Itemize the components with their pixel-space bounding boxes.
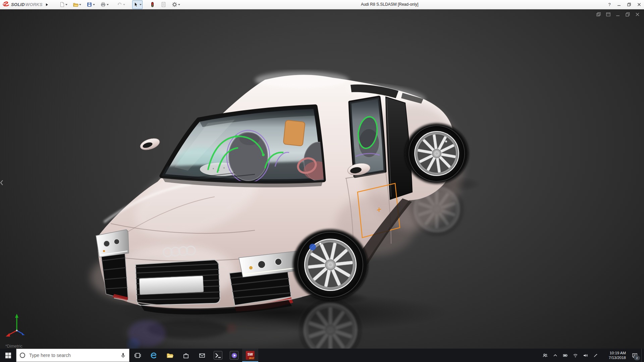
featuremanager-expand-arrow[interactable] (0, 178, 4, 187)
new-document-icon (59, 2, 65, 7)
select-cursor-icon (133, 2, 139, 7)
media-app-button[interactable] (226, 349, 242, 362)
pen-icon (593, 353, 598, 358)
undo-arrow-icon (117, 2, 122, 7)
standard-toolbar (58, 0, 181, 9)
restore-document-button[interactable] (624, 11, 631, 17)
dropdown-caret-icon[interactable] (65, 4, 67, 6)
network-button[interactable] (570, 349, 580, 362)
console-button[interactable] (210, 349, 226, 362)
mail-icon (199, 352, 206, 359)
task-view-icon (134, 352, 141, 359)
document-window-controls (595, 11, 641, 17)
cortana-icon (19, 352, 26, 359)
mail-button[interactable] (194, 349, 210, 362)
clock-date: 7/13/2018 (609, 355, 626, 360)
menu-flyout-arrow-icon[interactable] (45, 0, 49, 9)
brand-text-works: WORKS (25, 2, 43, 7)
graphics-area[interactable]: *Dimetric (0, 9, 644, 349)
start-button[interactable] (0, 349, 16, 362)
chevron-up-icon (553, 353, 558, 358)
edge-icon (150, 352, 157, 359)
clock-time: 10:19 AM (609, 351, 626, 355)
maximize-button[interactable] (624, 0, 634, 9)
view-orientation-label: *Dimetric (5, 344, 22, 349)
store-bag-icon (182, 352, 190, 359)
dropdown-caret-icon[interactable] (107, 4, 109, 6)
dropdown-caret-icon[interactable] (140, 4, 142, 6)
file-properties-button[interactable] (160, 0, 167, 9)
audi-r8-3d-model (0, 9, 644, 349)
close-document-button[interactable] (634, 11, 641, 17)
help-button[interactable]: ? (605, 2, 614, 7)
solidworks-logo[interactable]: SOLIDWORKS (0, 0, 45, 9)
solidworks-icon-year: 2017 (249, 357, 254, 359)
new-document-button[interactable] (58, 0, 68, 9)
taskbar-clock[interactable]: 10:19 AM 7/13/2018 (600, 349, 628, 362)
select-tool-button[interactable] (132, 0, 143, 9)
console-icon (214, 351, 222, 360)
solidworks-logo-icon (3, 1, 10, 8)
show-desktop-button[interactable] (641, 349, 644, 362)
windows-ink-button[interactable] (590, 349, 600, 362)
brand-text-solid: SOLID (11, 2, 25, 7)
solidworks-icon-text: SW (248, 353, 253, 356)
new-window-button[interactable] (595, 11, 602, 17)
minimize-icon (617, 3, 621, 6)
options-gear-icon (172, 2, 177, 7)
system-tray: 10:19 AM 7/13/2018 2 (540, 349, 644, 362)
rebuild-trafficlight-icon (150, 2, 155, 7)
microphone-icon[interactable] (120, 352, 126, 359)
dropdown-caret-icon[interactable] (123, 4, 125, 6)
open-folder-icon (73, 2, 78, 7)
battery-button[interactable] (560, 349, 570, 362)
document-title: Audi R8 S.SLDASM [Read-only] (361, 0, 418, 9)
dropdown-caret-icon[interactable] (79, 4, 81, 6)
solidworks-app-icon: SW 2017 (246, 351, 255, 360)
dropdown-caret-icon[interactable] (178, 4, 180, 6)
print-button[interactable] (99, 0, 110, 9)
battery-icon (563, 353, 568, 358)
task-view-button[interactable] (129, 349, 146, 362)
titlebar: SOLIDWORKS (0, 0, 644, 9)
cascade-windows-button[interactable] (605, 11, 611, 17)
file-explorer-icon (166, 352, 173, 359)
maximize-icon (627, 3, 631, 6)
hidden-icons-button[interactable] (550, 349, 560, 362)
taskbar-search[interactable] (16, 349, 129, 362)
minimize-button[interactable] (614, 0, 624, 9)
save-floppy-icon (87, 2, 92, 7)
save-button[interactable] (86, 0, 96, 9)
solidworks-app-button[interactable]: SW 2017 (242, 349, 258, 362)
people-button[interactable] (540, 349, 550, 362)
rebuild-button[interactable] (149, 0, 156, 9)
notification-badge: 2 (634, 356, 640, 360)
help-label: ? (608, 2, 610, 7)
minimize-document-button[interactable] (614, 11, 621, 17)
speaker-icon (583, 353, 588, 358)
close-icon (637, 3, 641, 6)
undo-button[interactable] (116, 0, 126, 9)
media-app-icon (230, 351, 238, 360)
wifi-icon (573, 353, 578, 358)
taskbar: SW 2017 (0, 349, 644, 362)
windows-logo-icon (5, 352, 12, 359)
file-properties-icon (161, 2, 166, 7)
print-icon (100, 2, 106, 7)
options-button[interactable] (171, 0, 181, 9)
edge-button[interactable] (146, 349, 162, 362)
volume-button[interactable] (580, 349, 590, 362)
store-button[interactable] (178, 349, 194, 362)
open-button[interactable] (72, 0, 82, 9)
dropdown-caret-icon[interactable] (93, 4, 95, 6)
action-center-button[interactable]: 2 (628, 349, 641, 362)
close-button[interactable] (634, 0, 644, 9)
search-input[interactable] (29, 352, 117, 358)
file-explorer-button[interactable] (162, 349, 178, 362)
people-icon (543, 353, 548, 358)
orientation-triad (4, 311, 32, 339)
